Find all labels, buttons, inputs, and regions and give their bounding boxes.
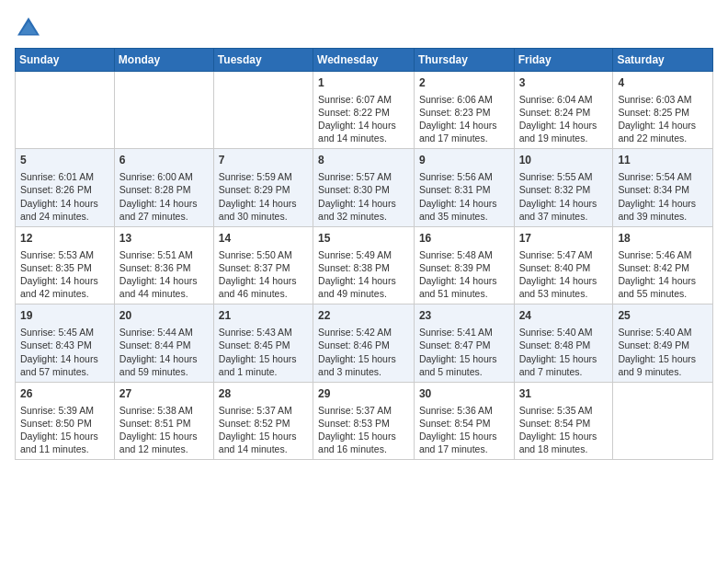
calendar-cell: 20Sunrise: 5:44 AMSunset: 8:44 PMDayligh… <box>114 304 213 382</box>
cell-info: Sunset: 8:34 PM <box>618 183 708 196</box>
calendar-cell: 8Sunrise: 5:57 AMSunset: 8:30 PMDaylight… <box>313 149 415 226</box>
day-number: 22 <box>318 308 409 324</box>
day-number: 20 <box>119 308 209 324</box>
calendar-table: SundayMondayTuesdayWednesdayThursdayFrid… <box>15 48 713 460</box>
calendar-cell: 28Sunrise: 5:37 AMSunset: 8:52 PMDayligh… <box>213 382 313 459</box>
calendar-cell: 4Sunrise: 6:03 AMSunset: 8:25 PMDaylight… <box>613 72 713 149</box>
cell-info: Daylight: 15 hours and 17 minutes. <box>419 430 509 455</box>
day-number: 9 <box>419 153 509 168</box>
cell-info: Daylight: 15 hours and 7 minutes. <box>519 352 609 378</box>
cell-info: Sunrise: 5:43 AM <box>219 326 308 339</box>
cell-info: Sunset: 8:46 PM <box>318 339 409 351</box>
cell-info: Sunset: 8:53 PM <box>318 417 409 430</box>
cell-info: Daylight: 15 hours and 1 minute. <box>219 352 308 378</box>
calendar-cell: 15Sunrise: 5:49 AMSunset: 8:38 PMDayligh… <box>313 226 415 304</box>
calendar-cell: 19Sunrise: 5:45 AMSunset: 8:43 PMDayligh… <box>16 304 115 382</box>
cell-info: Sunrise: 5:40 AM <box>519 326 609 339</box>
calendar-cell: 16Sunrise: 5:48 AMSunset: 8:39 PMDayligh… <box>414 226 514 304</box>
cell-info: Sunrise: 5:53 AM <box>20 248 109 261</box>
cell-info: Sunset: 8:48 PM <box>519 339 609 351</box>
cell-info: Daylight: 14 hours and 51 minutes. <box>419 274 509 300</box>
day-number: 31 <box>519 386 609 402</box>
cell-info: Sunrise: 5:40 AM <box>618 326 708 339</box>
cell-info: Sunset: 8:26 PM <box>20 183 109 196</box>
cell-info: Sunrise: 6:04 AM <box>519 93 609 106</box>
day-number: 2 <box>419 75 509 91</box>
cell-info: Sunrise: 5:42 AM <box>318 326 409 339</box>
calendar-cell <box>213 72 313 149</box>
cell-info: Sunrise: 5:47 AM <box>519 248 609 261</box>
weekday-header: Monday <box>114 49 213 72</box>
cell-info: Sunrise: 6:07 AM <box>318 93 409 106</box>
cell-info: Daylight: 14 hours and 27 minutes. <box>119 197 209 223</box>
day-number: 4 <box>618 75 708 91</box>
calendar-cell: 5Sunrise: 6:01 AMSunset: 8:26 PMDaylight… <box>16 149 115 226</box>
day-number: 21 <box>219 308 308 324</box>
cell-info: Sunset: 8:35 PM <box>20 261 109 274</box>
cell-info: Sunset: 8:37 PM <box>219 261 308 274</box>
cell-info: Sunset: 8:45 PM <box>219 339 308 351</box>
cell-info: Sunrise: 5:49 AM <box>318 248 409 261</box>
cell-info: Sunrise: 5:56 AM <box>419 170 509 183</box>
calendar-cell: 27Sunrise: 5:38 AMSunset: 8:51 PMDayligh… <box>114 382 213 459</box>
day-number: 14 <box>219 231 308 247</box>
cell-info: Sunrise: 6:03 AM <box>618 93 708 106</box>
cell-info: Sunset: 8:32 PM <box>519 183 609 196</box>
cell-info: Sunrise: 5:37 AM <box>318 404 409 417</box>
day-number: 8 <box>318 153 409 168</box>
calendar-cell: 18Sunrise: 5:46 AMSunset: 8:42 PMDayligh… <box>613 226 713 304</box>
cell-info: Daylight: 14 hours and 19 minutes. <box>519 119 609 144</box>
cell-info: Daylight: 15 hours and 5 minutes. <box>419 352 509 378</box>
cell-info: Sunset: 8:44 PM <box>119 339 209 351</box>
day-number: 15 <box>318 231 409 247</box>
weekday-header: Sunday <box>16 49 115 72</box>
day-number: 6 <box>119 153 209 168</box>
cell-info: Sunrise: 5:59 AM <box>219 170 308 183</box>
cell-info: Sunset: 8:24 PM <box>519 106 609 119</box>
cell-info: Daylight: 14 hours and 14 minutes. <box>318 119 409 144</box>
cell-info: Daylight: 14 hours and 32 minutes. <box>318 197 409 223</box>
cell-info: Sunrise: 5:46 AM <box>618 248 708 261</box>
calendar-cell: 29Sunrise: 5:37 AMSunset: 8:53 PMDayligh… <box>313 382 415 459</box>
calendar-cell: 14Sunrise: 5:50 AMSunset: 8:37 PMDayligh… <box>213 226 313 304</box>
cell-info: Daylight: 14 hours and 17 minutes. <box>419 119 509 144</box>
cell-info: Sunset: 8:31 PM <box>419 183 509 196</box>
cell-info: Sunset: 8:40 PM <box>519 261 609 274</box>
calendar-cell: 30Sunrise: 5:36 AMSunset: 8:54 PMDayligh… <box>414 382 514 459</box>
cell-info: Sunrise: 5:36 AM <box>419 404 509 417</box>
day-number: 30 <box>419 386 509 402</box>
cell-info: Sunrise: 5:51 AM <box>119 248 209 261</box>
calendar-cell: 23Sunrise: 5:41 AMSunset: 8:47 PMDayligh… <box>414 304 514 382</box>
cell-info: Sunset: 8:29 PM <box>219 183 308 196</box>
cell-info: Sunset: 8:42 PM <box>618 261 708 274</box>
cell-info: Daylight: 15 hours and 18 minutes. <box>519 430 609 455</box>
cell-info: Daylight: 14 hours and 24 minutes. <box>20 197 109 223</box>
day-number: 16 <box>419 231 509 247</box>
cell-info: Daylight: 14 hours and 55 minutes. <box>618 274 708 300</box>
cell-info: Daylight: 14 hours and 37 minutes. <box>519 197 609 223</box>
cell-info: Sunset: 8:47 PM <box>419 339 509 351</box>
cell-info: Sunset: 8:43 PM <box>20 339 109 351</box>
calendar-cell <box>16 72 115 149</box>
calendar-cell: 26Sunrise: 5:39 AMSunset: 8:50 PMDayligh… <box>16 382 115 459</box>
calendar-cell: 2Sunrise: 6:06 AMSunset: 8:23 PMDaylight… <box>414 72 514 149</box>
cell-info: Sunrise: 6:01 AM <box>20 170 109 183</box>
cell-info: Sunrise: 6:00 AM <box>119 170 209 183</box>
cell-info: Sunset: 8:22 PM <box>318 106 409 119</box>
calendar-cell <box>613 382 713 459</box>
cell-info: Sunrise: 5:50 AM <box>219 248 308 261</box>
cell-info: Sunrise: 5:38 AM <box>119 404 209 417</box>
cell-info: Daylight: 15 hours and 3 minutes. <box>318 352 409 378</box>
weekday-header: Thursday <box>414 49 514 72</box>
calendar-cell: 24Sunrise: 5:40 AMSunset: 8:48 PMDayligh… <box>514 304 613 382</box>
day-number: 5 <box>20 153 109 168</box>
cell-info: Sunrise: 5:45 AM <box>20 326 109 339</box>
day-number: 7 <box>219 153 308 168</box>
cell-info: Daylight: 14 hours and 39 minutes. <box>618 197 708 223</box>
cell-info: Daylight: 14 hours and 30 minutes. <box>219 197 308 223</box>
calendar-cell: 6Sunrise: 6:00 AMSunset: 8:28 PMDaylight… <box>114 149 213 226</box>
cell-info: Sunset: 8:54 PM <box>419 417 509 430</box>
calendar-cell: 12Sunrise: 5:53 AMSunset: 8:35 PMDayligh… <box>16 226 115 304</box>
calendar-cell: 13Sunrise: 5:51 AMSunset: 8:36 PMDayligh… <box>114 226 213 304</box>
logo-icon <box>15 15 42 42</box>
